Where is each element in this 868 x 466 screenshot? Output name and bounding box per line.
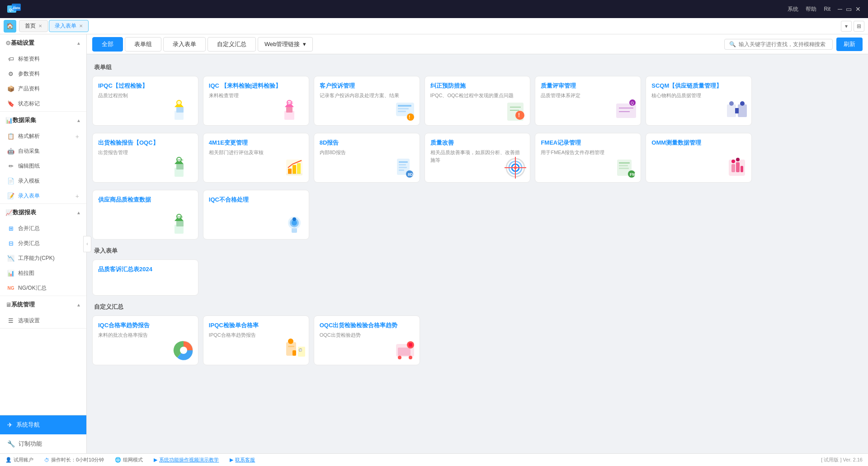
sidebar-item-classify[interactable]: ⊟ 分类汇总	[0, 236, 86, 251]
parse-icon: 📋	[7, 133, 14, 140]
card-grid-group3: IQC合格率趋势报告 来料的批次合格率报告 IPQC检验单合	[92, 315, 863, 365]
card-quality-review[interactable]: 质量评审管理 品质管理体系评定 Q	[535, 76, 641, 126]
minimize-icon[interactable]: ─	[838, 5, 842, 13]
tab-grid[interactable]: ⊞	[854, 21, 864, 32]
help2-label[interactable]: 联系客服	[235, 457, 255, 463]
svg-text:Q: Q	[631, 101, 634, 105]
card-omm[interactable]: OMM测量数据管理	[646, 133, 752, 183]
home-tab-icon[interactable]: 🏠	[4, 20, 16, 33]
sidebar-item-status[interactable]: 🔖 状态标记	[0, 96, 86, 111]
card-quality-summary[interactable]: 品质客诉汇总表2024	[92, 259, 198, 296]
sidebar-item-label[interactable]: 🏷 标签资料	[0, 52, 86, 66]
sidebar-item-auto[interactable]: 🤖 自动采集	[0, 144, 86, 159]
network-icon: 🌐	[115, 457, 121, 463]
search-input[interactable]	[739, 41, 828, 47]
tab-entry-form-close[interactable]: ✕	[79, 24, 83, 28]
sidebar-item-param[interactable]: ⚙ 参数资料	[0, 66, 86, 81]
card-iqc-nonconform[interactable]: IQC不合格处理	[203, 190, 309, 240]
product-icon: 📦	[7, 85, 14, 93]
card-4m1e[interactable]: 4M1E变更管理 相关部门进行评估及审核	[203, 133, 309, 183]
sidebar-item-template[interactable]: 📄 录入模板	[0, 174, 86, 188]
card-fmea[interactable]: FMEA记录管理 用于FMEA报告文件存档管理 FM	[535, 133, 641, 183]
subnav-entry-form-btn[interactable]: 录入表单	[163, 37, 206, 52]
card-corrective[interactable]: 纠正预防措施 IPQC、OQC检过程中发现的重点问题 !	[425, 76, 531, 126]
tab-entry-form[interactable]: 录入表单 ✕	[49, 20, 89, 32]
entry-add-icon[interactable]: +	[75, 193, 79, 200]
drawing-icon: ✏	[7, 163, 14, 170]
card-oqc-trend-img	[392, 338, 418, 363]
sidebar-item-product[interactable]: 📦 产品资料	[0, 81, 86, 96]
card-quality-improve-title: 质量改善	[430, 139, 525, 147]
clock-icon: ⏱	[44, 457, 49, 463]
card-iqc[interactable]: IQC 【来料检验|进料检验】 来料检查管理 IQC	[203, 76, 309, 126]
card-ipqc[interactable]: IPQC【过程检验】 品质过程控制	[92, 76, 198, 126]
card-quality-improve[interactable]: 质量改善 相关品质故善事项，如原因分析、改善措施等	[425, 133, 531, 183]
parse-text: 格式解析	[18, 132, 40, 140]
card-scqm[interactable]: SCQM【供应链质量管理】 核心物料的品质据管理	[646, 76, 752, 126]
nav-item-custom[interactable]: 🔧 订制功能	[0, 434, 86, 453]
subnav-web-dropdown[interactable]: Web管理链接 ▾	[258, 37, 313, 52]
section-basic-label: 基础设置	[11, 39, 34, 47]
svg-rect-92	[398, 348, 410, 356]
sidebar-item-drawing[interactable]: ✏ 编辑图纸	[0, 159, 86, 174]
svg-rect-69	[741, 166, 743, 172]
auto-text: 自动采集	[18, 147, 40, 155]
card-omm-title: OMM测量数据管理	[651, 139, 746, 147]
system-menu[interactable]: 系统	[788, 5, 798, 13]
help-menu[interactable]: 帮助	[806, 5, 816, 13]
card-customer-complaint[interactable]: 客户投诉管理 记录客户投诉内容及处理方案、结果 !	[314, 76, 420, 126]
card-oqc-img: OQC	[171, 155, 196, 180]
svg-text:!: !	[409, 115, 410, 120]
tag-icon: 🏷	[7, 56, 14, 63]
sidebar-item-cpk[interactable]: 📉 工序能力(CPK)	[0, 251, 86, 266]
sidebar-item-pareto[interactable]: 📊 柏拉图	[0, 266, 86, 281]
search-box[interactable]: 🔍	[724, 39, 833, 50]
account-info: 👤 试用账户	[5, 457, 33, 463]
sidebar-item-options[interactable]: ☰ 选项设置	[0, 313, 86, 328]
help-link1[interactable]: ▶ 系统功能操作视频演示教学	[154, 457, 219, 463]
sidebar-item-ngok[interactable]: NG NG/OK汇总	[0, 281, 86, 296]
section-label-custom: 自定义汇总	[94, 303, 863, 311]
card-oqc-trend[interactable]: OQC出货检验检验合格率趋势 OQC出货检验趋势	[314, 315, 420, 365]
help1-label[interactable]: 系统功能操作视频演示教学	[159, 457, 219, 463]
subnav-all-btn[interactable]: 全部	[92, 37, 123, 52]
close-icon[interactable]: ✕	[855, 5, 861, 13]
sidebar-collapse-btn[interactable]: ‹	[83, 236, 91, 252]
svg-text:💬: 💬	[299, 348, 302, 352]
tab-scroll-down[interactable]: ▾	[841, 21, 852, 32]
work-time: ⏱ 操作时长：0小时10分钟	[44, 457, 104, 463]
section-basic-icon: ⚙	[5, 40, 11, 47]
help-link2[interactable]: ▶ 联系客服	[230, 457, 255, 463]
sidebar-section-data-header[interactable]: 📊 数据采集 ▲	[0, 112, 86, 129]
card-grid-row1: IPQC【过程检验】 品质过程控制 IQC 【来料检验|进料	[92, 76, 863, 126]
sidebar-item-merge[interactable]: ⊞ 合并汇总	[0, 221, 86, 236]
card-ipqc-pass[interactable]: IPQC检验单合格率 IPQC合格率趋势报告 💬	[203, 315, 309, 365]
card-supplier-quality[interactable]: 供应商品质检查数据 OQC	[92, 190, 198, 240]
card-8d[interactable]: 8D报告 内部8D报告 8D	[314, 133, 420, 183]
sidebar-section-report-header[interactable]: 📈 数据报表 ▲	[0, 204, 86, 221]
subnav-form-group-btn[interactable]: 表单组	[125, 37, 161, 52]
svg-point-70	[731, 160, 735, 163]
sidebar-item-entry[interactable]: 📝 录入表单 +	[0, 188, 86, 203]
sidebar-item-parse[interactable]: 📋 格式解析 +	[0, 129, 86, 144]
sidebar-section-system-header[interactable]: 🖥 系统管理 ▲	[0, 296, 86, 313]
status-icon: 🔖	[7, 100, 14, 108]
svg-point-8	[177, 101, 181, 104]
sidebar-section-basic-header[interactable]: ⚙ 基础设置 ▲	[0, 34, 86, 52]
refresh-button[interactable]: 刷新	[836, 38, 863, 51]
section-data-label: 数据采集	[13, 116, 36, 124]
nav-item-system[interactable]: ✈ 系统导航	[0, 415, 86, 434]
restore-icon[interactable]: ▭	[846, 5, 852, 13]
label-text: 标签资料	[18, 55, 40, 63]
svg-rect-88	[292, 350, 296, 356]
subnav-custom-summary-btn[interactable]: 自定义汇总	[208, 37, 256, 52]
tab-home[interactable]: 首页 ✕	[19, 20, 48, 32]
sidebar-section-data: 📊 数据采集 ▲ 📋 格式解析 + 🤖 自动采集 ✏ 编辑图纸	[0, 112, 86, 204]
card-iqc-trend[interactable]: IQC合格率趋势报告 来料的批次合格率报告	[92, 315, 198, 365]
card-oqc[interactable]: 出货检验报告【OQC】 出货报告管理 OQC	[92, 133, 198, 183]
tab-home-close[interactable]: ✕	[38, 24, 42, 28]
cpk-text: 工序能力(CPK)	[18, 254, 55, 262]
tab-home-label: 首页	[25, 22, 36, 30]
ngok-text: NG/OK汇总	[18, 284, 47, 292]
parse-add-icon[interactable]: +	[75, 133, 79, 140]
